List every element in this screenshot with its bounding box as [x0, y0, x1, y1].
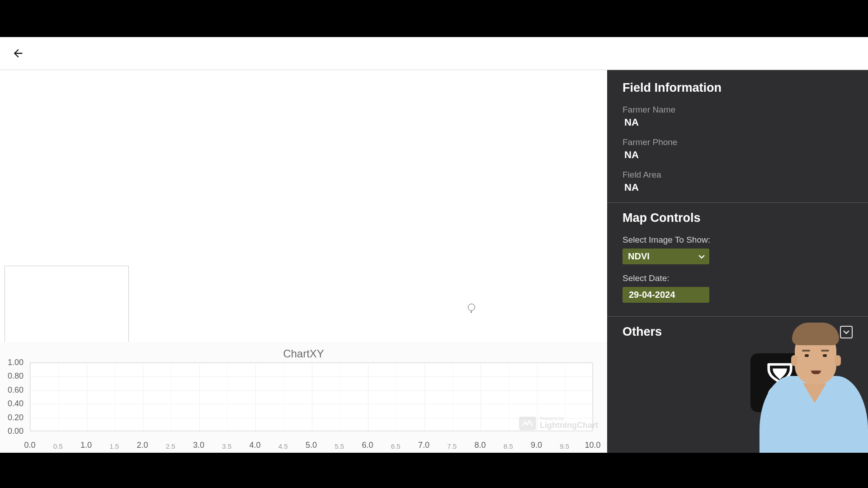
chart-x-tick: 7.0 [418, 441, 429, 450]
chart-x-tick: 3.0 [193, 441, 204, 450]
chart-x-tick: 1.0 [80, 441, 92, 450]
farmer-phone-group: Farmer Phone NA [623, 137, 853, 161]
chart-x-tick-minor: 0.5 [53, 442, 63, 450]
date-select-value: 29-04-2024 [629, 290, 675, 300]
chart-y-tick: 0.20 [8, 413, 24, 422]
top-bar [0, 37, 868, 70]
chart-y-tick: 1.00 [8, 358, 24, 367]
chart-y-ticks: 0.000.200.400.600.801.00 [0, 362, 27, 431]
chart-y-tick: 0.00 [8, 427, 24, 436]
chart-x-tick: 0.0 [24, 441, 35, 450]
map-controls-heading: Map Controls [623, 211, 853, 225]
others-expand-button[interactable] [840, 326, 853, 338]
chart-x-tick-minor: 6.5 [391, 442, 401, 450]
chart-title: ChartXY [0, 347, 607, 360]
main-panel: ChartXY 0.000.200.400.600.801.00 0.01.02… [0, 70, 607, 453]
watermark-big: LightningChart [540, 421, 598, 430]
chart-plot-area[interactable] [30, 362, 593, 431]
chart-x-tick-minor: 8.5 [504, 442, 513, 450]
field-area-value: NA [623, 182, 853, 193]
cursor-dot-icon [471, 311, 472, 313]
farmer-phone-label: Farmer Phone [623, 137, 853, 147]
field-area-label: Field Area [623, 170, 853, 180]
image-select-value: NDVI [628, 251, 650, 262]
cursor-icon [468, 304, 475, 311]
farmer-name-value: NA [623, 117, 853, 128]
chart-x-ticks: 0.01.02.03.04.05.06.07.08.09.010.00.51.5… [30, 437, 593, 450]
chart-x-tick: 9.0 [531, 441, 542, 450]
sidebar: Field Information Farmer Name NA Farmer … [607, 70, 868, 453]
chart-x-tick-minor: 9.5 [560, 442, 569, 450]
chart-x-tick-minor: 7.5 [447, 442, 457, 450]
date-select[interactable]: 29-04-2024 [623, 287, 709, 303]
divider [607, 202, 868, 203]
chart-x-tick: 4.0 [249, 441, 260, 450]
chevron-down-icon [698, 253, 705, 260]
chart-x-tick-minor: 4.5 [278, 442, 288, 450]
chart-y-tick: 0.40 [8, 399, 24, 408]
chart-x-tick-minor: 5.5 [335, 442, 344, 450]
chart-x-tick: 5.0 [306, 441, 317, 450]
chart-x-tick-minor: 2.5 [166, 442, 175, 450]
farmer-name-label: Farmer Name [623, 105, 853, 115]
chart-x-tick: 2.0 [137, 441, 148, 450]
chart-watermark: Powered by LightningChart [519, 416, 598, 430]
back-button[interactable] [5, 40, 32, 67]
chart-y-tick: 0.80 [8, 371, 24, 381]
divider [607, 316, 868, 317]
field-area-group: Field Area NA [623, 170, 853, 193]
chart-x-tick-minor: 1.5 [109, 442, 119, 450]
chart-panel: ChartXY 0.000.200.400.600.801.00 0.01.02… [0, 342, 607, 453]
lightningchart-logo-icon [519, 417, 536, 430]
chart-x-tick: 8.0 [474, 441, 486, 450]
farmer-name-group: Farmer Name NA [623, 105, 853, 128]
image-select-label: Select Image To Show: [623, 235, 853, 245]
field-info-heading: Field Information [623, 81, 853, 95]
chart-y-tick: 0.60 [8, 385, 24, 394]
chart-x-tick: 6.0 [362, 441, 373, 450]
arrow-left-icon [12, 47, 24, 60]
date-select-label: Select Date: [623, 273, 853, 283]
map-legend-box [5, 266, 129, 343]
image-select[interactable]: NDVI [623, 249, 709, 264]
others-heading: Others [623, 325, 662, 339]
chart-x-tick: 10.0 [585, 441, 600, 450]
chevron-down-icon [843, 329, 849, 335]
farmer-phone-value: NA [623, 149, 853, 161]
chart-x-tick-minor: 3.5 [222, 442, 231, 450]
